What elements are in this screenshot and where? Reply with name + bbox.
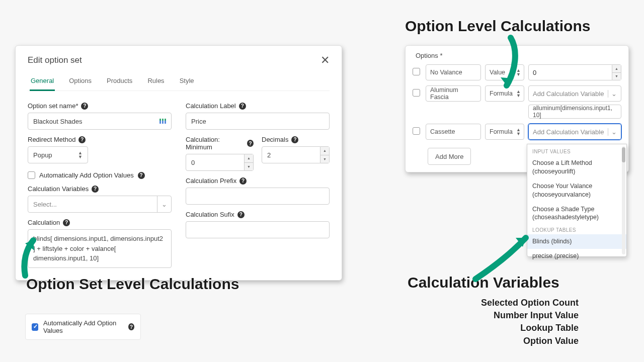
help-icon[interactable]: ?: [138, 172, 145, 179]
redirect-method-label: Redirect Method?: [28, 136, 172, 143]
step-up-icon[interactable]: ▲: [612, 65, 621, 73]
calc-label-label: Calculation Label?: [186, 102, 330, 110]
dropdown-group-header: INPUT VALUES: [527, 146, 626, 156]
option-value-input[interactable]: 0 ▲▼: [528, 64, 621, 80]
annotation-option-level: Option Level Calculations: [405, 18, 590, 35]
arrow-icon: [496, 35, 526, 96]
calc-label-input[interactable]: Price: [186, 113, 330, 130]
step-up-icon[interactable]: ▲: [245, 154, 253, 163]
step-down-icon[interactable]: ▼: [245, 163, 253, 171]
calc-suffix-label: Calculation Sufix?: [186, 211, 330, 218]
dialog-tabs: General Options Products Rules Style: [28, 73, 330, 91]
chevron-down-icon: ⌄: [157, 196, 171, 212]
tab-style[interactable]: Style: [179, 73, 195, 90]
calc-min-label: Calculation: Minimum?: [186, 136, 254, 151]
option-name-input[interactable]: Cassette: [426, 124, 481, 140]
chevron-down-icon: ⌄: [608, 90, 617, 98]
calc-dec-input[interactable]: 2 ▲▼: [262, 146, 330, 163]
auto-add-label: Automatically Add Option Values: [39, 171, 134, 179]
edit-option-set-dialog: Edit option set ✕ General Options Produc…: [15, 45, 342, 281]
calc-prefix-input[interactable]: [186, 188, 330, 205]
add-more-button[interactable]: Add More: [428, 148, 471, 165]
calc-suffix-input[interactable]: [186, 221, 330, 238]
auto-add-label: Automatically Add Option Values: [43, 319, 123, 334]
help-icon[interactable]: ?: [81, 103, 88, 110]
dropdown-item[interactable]: Choose a Shade Type (choseashadestyletyp…: [527, 202, 626, 225]
arrow-icon: [20, 236, 50, 282]
dropdown-item[interactable]: Blinds (blinds): [527, 234, 626, 249]
option-formula-value[interactable]: alluminum[dimensions.input1, 10]: [528, 105, 621, 119]
close-icon[interactable]: ✕: [320, 55, 330, 66]
dropdown-item[interactable]: Choose Your Valance (chooseyourvalance): [527, 179, 626, 202]
help-icon[interactable]: ?: [78, 136, 86, 143]
step-down-icon[interactable]: ▼: [320, 155, 329, 163]
option-name-input[interactable]: Aluminum Fascia: [426, 85, 481, 102]
annotation-sublist: Selected Option Count Number Input Value…: [458, 297, 579, 347]
calc-vars-label: Calculation Variables?: [28, 185, 172, 193]
arrow-icon: [470, 229, 536, 284]
option-set-name-input[interactable]: Blackout Shades: [28, 113, 172, 130]
option-row: Cassette Formula▲▼ Add Calculation Varia…: [413, 124, 621, 140]
tab-products[interactable]: Products: [106, 73, 133, 90]
step-up-icon[interactable]: ▲: [320, 147, 329, 155]
help-icon[interactable]: ?: [239, 177, 247, 185]
help-icon[interactable]: ?: [63, 219, 70, 226]
help-icon[interactable]: ?: [92, 186, 99, 193]
calc-vars-select[interactable]: Select... ⌄: [28, 196, 172, 213]
annotation-option-set-level: Option Set Level Calculations: [26, 276, 239, 293]
auto-add-row[interactable]: Automatically Add Option Values ?: [28, 171, 172, 179]
tab-rules[interactable]: Rules: [146, 73, 165, 90]
calc-min-input[interactable]: 0 ▲▼: [186, 154, 254, 171]
redirect-method-select[interactable]: Popup▲▼: [28, 146, 88, 163]
help-icon[interactable]: ?: [128, 323, 134, 330]
auto-add-standalone[interactable]: Automatically Add Option Values ?: [25, 314, 141, 340]
help-icon[interactable]: ?: [291, 136, 298, 143]
auto-add-checkbox[interactable]: [28, 171, 35, 179]
dialog-title: Edit option set: [28, 55, 82, 65]
option-formula-select[interactable]: Add Calculation Variable⌄: [528, 85, 621, 102]
chevron-down-icon: ⌄: [608, 128, 617, 136]
chart-bars-icon: [159, 119, 166, 124]
help-icon[interactable]: ?: [237, 211, 245, 218]
option-checkbox[interactable]: [413, 89, 420, 97]
dropdown-item[interactable]: precise (precise): [527, 249, 626, 263]
calc-prefix-label: Calculation Prefix?: [186, 177, 330, 185]
calculation-label: Calculation?: [28, 219, 172, 226]
option-checkbox[interactable]: [413, 127, 420, 135]
dropdown-group-header: LOOKUP TABLES: [527, 225, 626, 234]
tab-options[interactable]: Options: [68, 73, 93, 90]
option-name-input[interactable]: No Valance: [426, 64, 481, 80]
option-type-select[interactable]: Formula▲▼: [485, 124, 524, 140]
dropdown-item[interactable]: Choose a Lift Method (chooseyourlift): [527, 156, 626, 179]
option-formula-select-focused[interactable]: Add Calculation Variable⌄: [528, 124, 621, 140]
tab-general[interactable]: General: [30, 73, 55, 91]
calc-variable-dropdown: INPUT VALUES Choose a Lift Method (choos…: [527, 144, 627, 257]
calc-dec-label: Decimals?: [262, 136, 330, 143]
help-icon[interactable]: ?: [239, 103, 246, 110]
option-checkbox[interactable]: [413, 68, 420, 75]
option-set-name-label: Option set name*?: [28, 102, 172, 110]
auto-add-checkbox-checked[interactable]: [32, 323, 38, 331]
step-down-icon[interactable]: ▼: [612, 73, 621, 80]
help-icon[interactable]: ?: [247, 140, 254, 147]
scrollbar[interactable]: [622, 146, 625, 254]
